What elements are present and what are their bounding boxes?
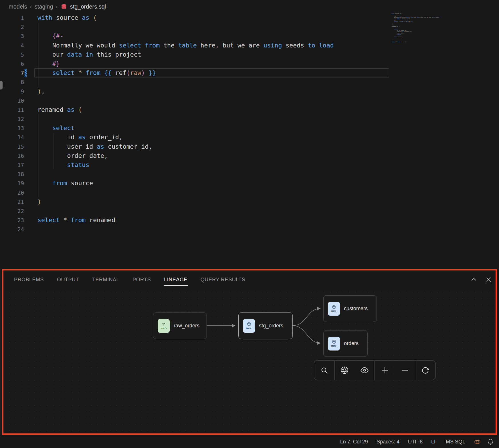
tab-ports[interactable]: PORTS [132, 275, 151, 284]
code-line[interactable]: 21) [3, 197, 499, 206]
lineage-canvas[interactable]: SEDraw_ordersMDLstg_ordersMDLcustomersMD… [0, 289, 499, 435]
code-line[interactable]: 13 select [3, 124, 499, 133]
lineage-node-raw_orders[interactable]: SEDraw_orders [153, 312, 207, 339]
database-icon [61, 3, 67, 10]
toolbar-group [375, 361, 415, 380]
code-line[interactable]: 10 [3, 96, 499, 105]
toolbar-eye-button[interactable] [355, 361, 375, 380]
line-number: 19 [3, 179, 24, 188]
aperture-icon [340, 366, 348, 374]
panel-tabbar: PROBLEMSOUTPUTTERMINALPORTSLINEAGEQUERY … [0, 270, 499, 289]
node-badge: MDL [331, 345, 337, 348]
tab-lineage[interactable]: LINEAGE [164, 275, 188, 284]
breadcrumb-item-staging[interactable]: staging [35, 3, 53, 10]
code-line[interactable]: 20 [3, 188, 499, 197]
refresh-icon [421, 367, 429, 374]
node-label: orders [344, 341, 359, 347]
code-line[interactable]: 22 [3, 206, 499, 216]
code-line[interactable]: 17 status [3, 160, 499, 170]
tab-query-results[interactable]: QUERY RESULTS [200, 275, 246, 284]
line-number: 18 [3, 170, 24, 179]
close-icon[interactable] [485, 276, 492, 283]
lineage-node-customers[interactable]: MDLcustomers [323, 295, 377, 322]
breadcrumb: models › staging › stg_orders.sql [3, 0, 499, 13]
model-icon: MDL [243, 319, 255, 333]
vscode-window: models › staging › stg_orders.sql 1with … [0, 0, 499, 448]
status-eol[interactable]: LF [431, 439, 437, 445]
lineage-node-stg_orders[interactable]: MDLstg_orders [238, 312, 293, 339]
node-badge: MDL [246, 327, 252, 330]
code-line[interactable]: 24 [3, 225, 499, 234]
modified-line-indicator [25, 69, 27, 77]
code-line[interactable]: 23select * from renamed [3, 216, 499, 225]
code-line[interactable]: 9), [3, 87, 499, 96]
toolbar-group [415, 361, 435, 380]
line-number: 6 [3, 59, 24, 68]
status-encoding[interactable]: UTF-8 [408, 439, 423, 445]
status-cursor-position[interactable]: Ln 7, Col 29 [340, 439, 368, 445]
code-line[interactable]: 18 [3, 170, 499, 179]
line-number: 9 [3, 87, 24, 96]
toolbar-aperture-button[interactable] [334, 361, 355, 380]
seed-icon: SED [158, 319, 170, 333]
line-number: 13 [3, 124, 24, 133]
eye-icon [361, 366, 369, 374]
toolbar-plus-button[interactable] [375, 361, 395, 380]
code-line[interactable]: 15 user_id as customer_id, [3, 142, 499, 151]
tab-terminal[interactable]: TERMINAL [92, 275, 120, 284]
plus-icon [381, 366, 389, 375]
toolbar-search-button[interactable] [314, 361, 334, 380]
code-line[interactable]: 7 select * from {{ ref(raw) }} [3, 68, 499, 77]
minus-icon [401, 366, 409, 375]
code-line[interactable]: 16 order_date, [3, 151, 499, 160]
line-number: 21 [3, 197, 24, 206]
code-text: from source [37, 179, 93, 188]
node-label: raw_orders [174, 323, 199, 329]
lineage-node-orders[interactable]: MDLorders [323, 330, 368, 357]
toolbar-refresh-button[interactable] [415, 361, 435, 380]
node-badge: MDL [331, 310, 337, 313]
node-badge: SED [161, 327, 167, 330]
tab-problems[interactable]: PROBLEMS [14, 275, 44, 284]
code-line[interactable]: 19 from source [3, 179, 499, 188]
line-number: 16 [3, 151, 24, 160]
minimap[interactable]: with source as ( {#- Normally we would s… [391, 13, 440, 44]
code-text: user_id as customer_id, [37, 142, 152, 151]
code-line[interactable]: 11renamed as ( [3, 105, 499, 114]
code-editor[interactable]: 1with source as (23 {#-4 Normally we wou… [3, 13, 499, 270]
bell-icon[interactable] [487, 439, 494, 445]
breadcrumb-separator: › [56, 3, 58, 10]
minimap-line [391, 43, 440, 44]
code-text: Normally we would select from the table … [37, 41, 334, 50]
status-items: Ln 7, Col 29Spaces: 4UTF-8LFMS SQL [340, 439, 465, 445]
status-indentation[interactable]: Spaces: 4 [377, 439, 399, 445]
line-number: 15 [3, 142, 24, 151]
line-number: 22 [3, 206, 24, 216]
line-number: 3 [3, 31, 24, 41]
code-line[interactable]: 5 our data in this project [3, 50, 499, 59]
code-line[interactable]: 6 #} [3, 59, 499, 68]
code-text: our data in this project [37, 50, 141, 59]
breadcrumb-separator: › [30, 3, 31, 10]
tab-output[interactable]: OUTPUT [57, 275, 79, 284]
panel-actions [470, 276, 492, 283]
code-lines: 1with source as (23 {#-4 Normally we wou… [3, 13, 499, 234]
code-line[interactable]: 14 id as order_id, [3, 133, 499, 142]
left-edge-indicator [0, 81, 3, 89]
breadcrumb-item-models[interactable]: models [9, 3, 27, 10]
breadcrumb-file[interactable]: stg_orders.sql [70, 3, 106, 10]
code-text: select [37, 124, 74, 133]
code-text: id as order_id, [37, 133, 123, 142]
line-number: 10 [3, 96, 24, 105]
copilot-icon[interactable] [474, 438, 481, 445]
toolbar-minus-button[interactable] [395, 361, 415, 380]
code-text: {#- [37, 31, 64, 41]
line-number: 2 [3, 22, 24, 31]
chevron-up-icon[interactable] [470, 276, 477, 283]
line-number: 14 [3, 133, 24, 142]
model-icon: MDL [328, 337, 340, 351]
code-line[interactable]: 12 [3, 114, 499, 124]
code-line[interactable]: 8 [3, 77, 499, 87]
node-label: customers [344, 306, 368, 312]
status-language[interactable]: MS SQL [446, 439, 465, 445]
